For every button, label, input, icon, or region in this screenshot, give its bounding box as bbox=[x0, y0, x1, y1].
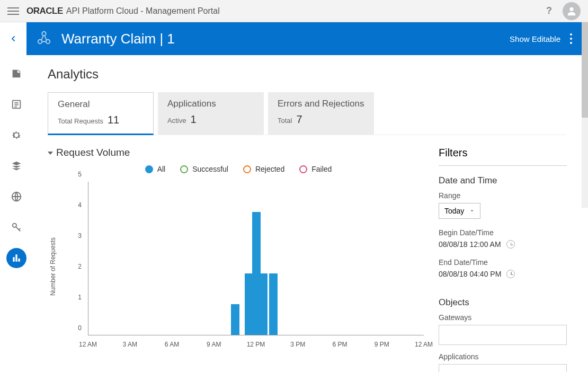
filters-objects-section: Objects bbox=[439, 297, 567, 308]
collapse-icon[interactable] bbox=[48, 152, 53, 155]
begin-label: Begin Date/Time bbox=[439, 228, 567, 237]
legend-successful[interactable]: Successful bbox=[180, 165, 228, 173]
y-tick: 2 bbox=[69, 263, 85, 270]
chart-bar[interactable] bbox=[269, 273, 278, 335]
tab-subtext: Total Requests11 bbox=[58, 114, 144, 126]
x-tick: 9 AM bbox=[207, 341, 221, 348]
x-tick: 6 PM bbox=[332, 341, 347, 348]
tab-label: General bbox=[58, 99, 144, 110]
nav-layers-icon[interactable] bbox=[6, 156, 26, 176]
nav-key-icon[interactable] bbox=[6, 217, 26, 237]
nav-gear-icon[interactable] bbox=[6, 125, 26, 145]
y-tick: 1 bbox=[69, 294, 85, 301]
x-tick: 9 PM bbox=[375, 341, 389, 348]
nav-list-icon[interactable] bbox=[6, 94, 26, 114]
nav-edit-icon[interactable] bbox=[6, 64, 26, 84]
x-tick: 12 PM bbox=[247, 341, 265, 348]
x-tick: 6 AM bbox=[165, 341, 179, 348]
filters-title: Filters bbox=[439, 147, 567, 166]
brand-logo: ORACLE bbox=[26, 6, 63, 16]
svg-point-6 bbox=[13, 224, 16, 227]
x-tick: 12 AM bbox=[415, 341, 433, 348]
y-tick: 5 bbox=[69, 171, 85, 178]
range-select[interactable]: Today bbox=[439, 203, 480, 219]
y-tick: 0 bbox=[69, 324, 85, 332]
filters-date-section: Date and Time bbox=[439, 175, 567, 186]
svg-point-0 bbox=[569, 7, 573, 11]
gateways-label: Gateways bbox=[439, 313, 567, 322]
chevron-down-icon bbox=[469, 208, 475, 214]
clock-icon bbox=[506, 240, 515, 249]
y-tick: 3 bbox=[69, 232, 85, 240]
analytics-tabs: General Total Requests11 Applications Ac… bbox=[48, 92, 567, 135]
gateways-input[interactable] bbox=[439, 325, 567, 345]
scrollbar-thumb[interactable] bbox=[582, 22, 588, 118]
page-title: Analytics bbox=[48, 67, 567, 82]
product-name: API Platform Cloud - Management Portal bbox=[66, 6, 220, 16]
tab-subtext: Total7 bbox=[278, 113, 364, 126]
tab-subtext: Active1 bbox=[167, 113, 254, 126]
tab-label: Applications bbox=[167, 99, 254, 109]
end-value[interactable]: 08/08/18 04:40 PM bbox=[439, 270, 567, 278]
tab-label: Errors and Rejections bbox=[278, 99, 364, 109]
topbar: ORACLE API Platform Cloud - Management P… bbox=[0, 0, 588, 22]
back-button[interactable] bbox=[0, 22, 26, 55]
applications-input[interactable] bbox=[439, 364, 567, 372]
left-nav bbox=[0, 55, 33, 268]
begin-value[interactable]: 08/08/18 12:00 AM bbox=[439, 240, 567, 249]
tab-errors[interactable]: Errors and Rejections Total7 bbox=[268, 92, 374, 135]
nav-analytics-icon[interactable] bbox=[6, 248, 26, 268]
legend-all[interactable]: All bbox=[145, 165, 166, 173]
chart-legend: All Successful Rejected Failed bbox=[48, 165, 429, 173]
tab-general[interactable]: General Total Requests11 bbox=[48, 92, 154, 135]
end-label: End Date/Time bbox=[439, 258, 567, 267]
request-volume-chart: Number of Requests 012345 12 AM3 AM6 AM9… bbox=[69, 182, 424, 351]
header-bar: Warranty Claim | 1 Show Editable bbox=[26, 22, 582, 55]
show-editable-link[interactable]: Show Editable bbox=[510, 34, 560, 43]
page-header-title: Warranty Claim | 1 bbox=[61, 31, 175, 47]
x-tick: 12 AM bbox=[79, 341, 97, 348]
legend-rejected[interactable]: Rejected bbox=[243, 165, 284, 173]
clock-icon bbox=[506, 270, 515, 278]
main-content: Analytics General Total Requests11 Appli… bbox=[33, 55, 582, 372]
y-tick: 4 bbox=[69, 201, 85, 209]
nav-globe-icon[interactable] bbox=[6, 187, 26, 207]
applications-label: Applications bbox=[439, 352, 567, 361]
help-icon[interactable]: ? bbox=[546, 5, 552, 16]
more-menu-icon[interactable] bbox=[570, 33, 572, 44]
menu-icon[interactable] bbox=[7, 5, 19, 17]
filters-panel: Filters Date and Time Range Today Begin … bbox=[429, 147, 567, 372]
svg-point-3 bbox=[42, 32, 46, 36]
tab-applications[interactable]: Applications Active1 bbox=[158, 92, 264, 135]
api-icon bbox=[36, 30, 52, 48]
y-axis-label: Number of Requests bbox=[49, 237, 57, 296]
chart-bar[interactable] bbox=[259, 273, 268, 335]
avatar[interactable] bbox=[563, 2, 581, 20]
chart-bar[interactable] bbox=[231, 304, 239, 335]
x-tick: 3 PM bbox=[290, 341, 305, 348]
legend-failed[interactable]: Failed bbox=[299, 165, 332, 173]
range-label: Range bbox=[439, 191, 567, 200]
x-tick: 3 AM bbox=[123, 341, 137, 348]
chart-section-title[interactable]: Request Volume bbox=[48, 147, 429, 158]
